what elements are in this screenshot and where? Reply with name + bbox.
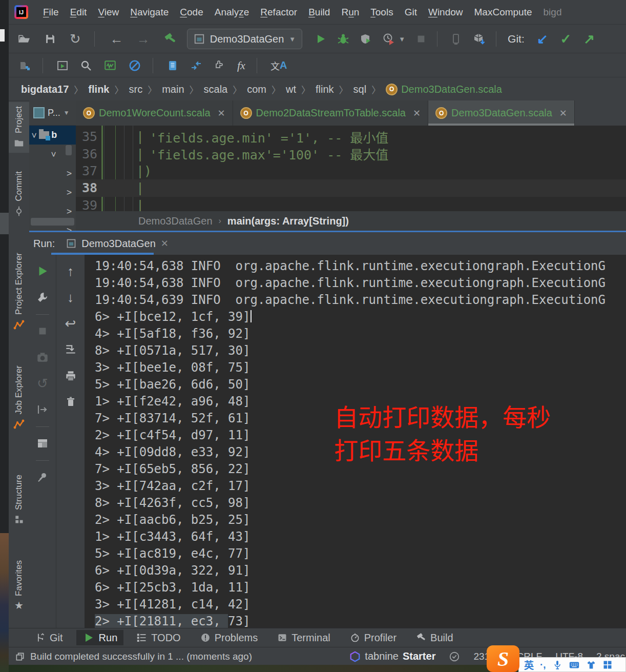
chevron-down-icon[interactable]: > [49,151,59,156]
chevron-right-icon[interactable]: > [67,206,72,216]
toolbox-icon[interactable] [602,660,613,670]
tree-node[interactable]: > [29,182,76,201]
status-message[interactable]: Build completed successfully in 1 ... (m… [30,651,252,662]
menu-analyze[interactable]: Analyze [209,4,255,21]
sync-icon[interactable]: ↻ [70,32,81,46]
chevron-right-icon[interactable]: > [67,187,72,197]
close-icon[interactable]: ✕ [559,108,567,119]
toolwindow-button-terminal[interactable]: Terminal [271,630,337,645]
tree-node[interactable]: >b [29,126,76,145]
ime-language-mode[interactable]: 英 [524,658,534,671]
breadcrumb-item[interactable]: src [129,84,142,95]
menu-code[interactable]: Code [174,4,208,21]
run-icon[interactable] [315,33,327,45]
save-all-icon[interactable] [44,33,56,45]
breadcrumb-item[interactable]: bigdata17 [21,84,69,95]
breadcrumb-item[interactable]: wt [286,84,296,95]
monitor-icon[interactable] [103,59,117,72]
merge-icon[interactable] [190,59,202,72]
ime-punctuation-mode[interactable]: ·, [540,659,546,670]
skin-icon[interactable] [586,660,596,670]
menu-file[interactable]: File [37,4,65,21]
project-panel-header[interactable]: P... ▼ [29,100,76,126]
menu-build[interactable]: Build [303,4,336,21]
toolwindow-button-build[interactable]: Build [410,630,459,645]
breadcrumb-file[interactable]: Demo3DataGen.scala [401,84,502,95]
editor-tab[interactable]: ODemo1WoreCount.scala✕ [76,100,233,126]
notebook-icon[interactable] [166,59,179,72]
search-icon[interactable] [80,59,92,72]
debug-icon[interactable] [337,33,349,45]
back-icon[interactable]: ← [110,32,123,46]
toolwindow-button-profiler[interactable]: Profiler [344,630,403,645]
menu-view[interactable]: View [92,4,124,21]
softwrap-icon[interactable]: ↩ [62,314,79,333]
close-icon[interactable]: ✕ [218,108,225,119]
chevron-right-icon[interactable]: > [67,168,72,178]
sidebar-item-structure[interactable]: Structure [9,475,29,524]
menu-edit[interactable]: Edit [65,4,93,21]
menu-refactor[interactable]: Refactor [255,4,303,21]
breadcrumb-item[interactable]: sql [353,84,367,95]
build-hammer-icon[interactable] [163,32,177,46]
pin-icon[interactable] [34,467,51,487]
coverage-icon[interactable] [360,33,372,45]
package-download-icon[interactable] [472,32,486,46]
breadcrumb-member[interactable]: main(args: Array[String]) [227,215,349,227]
menu-tools[interactable]: Tools [365,4,399,21]
sidebar-item-project[interactable]: Project [9,102,29,153]
project-vertical-scrollbar[interactable] [66,145,72,155]
clear-icon[interactable] [62,392,79,412]
sidebar-item-job-explorer[interactable]: Job Explorer [9,365,29,431]
restart-icon[interactable]: ↺ [34,374,51,393]
git-push-icon[interactable]: ↗ [583,32,595,46]
run-tab[interactable]: Demo3DataGen ✕ [66,238,169,250]
breadcrumb-item[interactable]: flink [88,84,109,95]
menu-bigd[interactable]: bigd [538,4,568,21]
breadcrumb-item[interactable]: scala [204,84,228,95]
print-icon[interactable] [62,366,79,385]
breadcrumb-item[interactable]: main [162,84,184,95]
toolwindow-button-todo[interactable]: TODO [131,630,186,645]
sogou-ime-logo[interactable]: S [487,645,519,672]
rerun-icon[interactable] [34,261,51,281]
breadcrumb-class[interactable]: Demo3DataGen [138,215,213,227]
editor-tab[interactable]: ODemo2DataStreamToTable.scala✕ [233,100,428,126]
exit-icon[interactable] [34,400,51,419]
stop-icon[interactable] [415,33,427,45]
tree-node[interactable]: > [29,164,76,182]
menu-maxcompute[interactable]: MaxCompute [469,4,538,21]
keyboard-icon[interactable] [569,659,580,670]
menu-git[interactable]: Git [399,4,423,21]
toolwindow-button-problems[interactable]: Problems [194,630,264,645]
check-circle-icon[interactable] [449,651,460,662]
toolwindow-button-git[interactable]: Git [29,630,69,645]
mic-icon[interactable] [552,660,562,670]
open-file-icon[interactable] [18,33,31,46]
sidebar-item-project-explorer[interactable]: Project Explorer [9,253,29,331]
code-editor[interactable]: 35|'fields.age.min' ='1', -- 最小值36|'fiel… [76,126,626,211]
settings-wrench-icon[interactable] [34,288,51,307]
git-update-icon[interactable]: ↙ [537,32,548,46]
stop-icon[interactable] [34,321,51,341]
project-horizontal-scrollbar[interactable] [31,218,74,226]
breadcrumb-item[interactable]: com [247,84,266,95]
translate-icon[interactable]: 文A [270,59,287,72]
chevron-down-icon[interactable]: > [29,132,39,137]
down-icon[interactable]: ↓ [62,288,79,307]
blocked-icon[interactable] [128,59,141,72]
close-icon[interactable]: ✕ [161,238,169,249]
sidebar-item-favorites[interactable]: Favorites★ [9,560,29,610]
tabnine-widget[interactable]: tabnine Starter [349,650,435,662]
run-configuration-select[interactable]: Demo3DataGen ▼ [187,29,302,49]
close-icon[interactable]: ✕ [413,108,421,119]
profiler-run-icon[interactable] [382,32,395,46]
camera-icon[interactable] [34,348,51,367]
breadcrumb-item[interactable]: flink [316,84,334,95]
function-icon[interactable]: fx [237,59,245,72]
up-icon[interactable]: ↑ [62,261,79,281]
run-window-icon[interactable] [56,59,69,72]
dropdown-icon[interactable]: ▼ [399,35,405,43]
modules-icon[interactable] [19,59,31,72]
editor-tab[interactable]: ODemo3DataGen.scala✕ [428,100,575,126]
